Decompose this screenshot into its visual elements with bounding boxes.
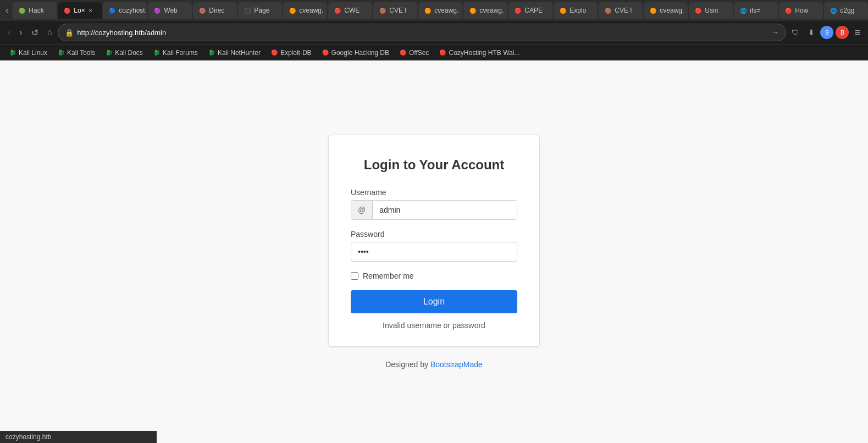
- bookmark-offsec[interactable]: 🔴 OffSec: [395, 47, 433, 58]
- remember-checkbox[interactable]: [351, 272, 358, 280]
- tab-active-label: Lo×: [74, 7, 85, 14]
- tab-cve2-favicon: 🟠: [424, 7, 432, 14]
- browser-chrome: ‹ 🟢 Hack 🔴 Lo× ✕ 🔵 cozyhost 🟣 Web 🟤 Dire…: [0, 0, 868, 60]
- tab-usin-label: Usin: [705, 7, 718, 14]
- tab-active[interactable]: 🔴 Lo× ✕: [58, 2, 102, 19]
- bookmark-exploit-db[interactable]: 🔴 Exploit-DB: [266, 47, 316, 58]
- bookmark-ghdb[interactable]: 🔴 Google Hacking DB: [317, 47, 394, 58]
- cozy-favicon: 🔴: [439, 49, 446, 57]
- page-content: Login to Your Account Username @ Passwor…: [0, 60, 868, 443]
- bookmark-exploit-db-label: Exploit-DB: [280, 49, 312, 57]
- tab-explo-label: Explo: [570, 7, 586, 14]
- download-icon[interactable]: ⬇: [805, 26, 818, 39]
- tab-direc-favicon: 🟤: [198, 7, 206, 14]
- tab-cve4[interactable]: 🟠 cveawg.: [644, 2, 688, 19]
- tab-bar: ‹ 🟢 Hack 🔴 Lo× ✕ 🔵 cozyhost 🟣 Web 🟤 Dire…: [0, 0, 868, 21]
- login-title: Login to Your Account: [351, 157, 517, 173]
- kali-linux-favicon: 🐉: [9, 49, 16, 57]
- tab-cvef-label: CVE f: [389, 7, 406, 14]
- tab-web-favicon: 🟣: [153, 7, 161, 14]
- forward-button[interactable]: ›: [16, 25, 25, 40]
- password-label: Password: [351, 230, 517, 239]
- tab-how[interactable]: 🔴 How: [779, 2, 823, 19]
- tab-cvef2[interactable]: 🟤 CVE f: [599, 2, 643, 19]
- tab-direc[interactable]: 🟤 Direc: [193, 2, 237, 19]
- tab-cvef[interactable]: 🟤 CVE f: [373, 2, 417, 19]
- password-input[interactable]: [351, 242, 517, 262]
- tab-c2gg[interactable]: 🌐 c2gg: [824, 2, 868, 19]
- tab-cwe[interactable]: 🔴 CWE: [328, 2, 372, 19]
- profile-avatar-2[interactable]: B: [836, 26, 849, 39]
- bookmark-ghdb-label: Google Hacking DB: [331, 49, 389, 57]
- status-bar: cozyhosting.htb: [0, 431, 157, 443]
- tab-page[interactable]: ⬛ Page: [238, 2, 282, 19]
- tab-cape-label: CAPE: [524, 7, 543, 14]
- status-url: cozyhosting.htb: [5, 433, 51, 441]
- username-label: Username: [351, 188, 517, 197]
- tab-direc-label: Direc: [209, 7, 224, 14]
- tab-usin-favicon: 🔴: [694, 7, 702, 14]
- login-button[interactable]: Login: [351, 290, 517, 313]
- password-group: Password: [351, 230, 517, 262]
- offsec-favicon: 🔴: [399, 49, 407, 57]
- bookmark-kali-nethunter[interactable]: 🐉 Kali NetHunter: [203, 47, 265, 58]
- bookmark-kali-docs[interactable]: 🐉 Kali Docs: [101, 47, 147, 58]
- kali-tools-favicon: 🐉: [57, 49, 65, 57]
- tab-explo-favicon: 🟠: [559, 7, 567, 14]
- reload-button[interactable]: ↺: [28, 25, 42, 40]
- tab-explo[interactable]: 🟠 Explo: [554, 2, 598, 19]
- bookmark-kali-linux[interactable]: 🐉 Kali Linux: [4, 47, 52, 58]
- bookmark-kali-tools[interactable]: 🐉 Kali Tools: [53, 47, 99, 58]
- login-card: Login to Your Account Username @ Passwor…: [328, 135, 540, 347]
- remember-row: Remember me: [351, 272, 517, 280]
- bookmark-kali-linux-label: Kali Linux: [19, 49, 47, 57]
- tab-cve3-label: cveawg.: [479, 7, 504, 14]
- tab-page-favicon: ⬛: [244, 7, 251, 14]
- tab-cve2[interactable]: 🟠 cveawg.: [418, 2, 462, 19]
- tab-cve1-label: cveawg.: [299, 7, 323, 14]
- tab-web[interactable]: 🟣 Web: [148, 2, 192, 19]
- profile-avatar[interactable]: 9: [820, 26, 833, 39]
- bookmark-kali-nethunter-label: Kali NetHunter: [218, 49, 261, 57]
- tab-web-label: Web: [164, 7, 177, 14]
- error-message: Invalid username or password: [351, 321, 517, 330]
- home-button[interactable]: ⌂: [44, 25, 56, 40]
- tab-cve1[interactable]: 🟠 cveawg.: [283, 2, 327, 19]
- address-go-button[interactable]: →: [771, 28, 779, 37]
- tab-how-favicon: 🔴: [784, 7, 792, 14]
- tab-cve4-favicon: 🟠: [649, 7, 657, 14]
- exploit-db-favicon: 🔴: [270, 49, 278, 57]
- tab-cape-favicon: 🔴: [514, 7, 522, 14]
- kali-nethunter-favicon: 🐉: [208, 49, 215, 57]
- tab-cozy-favicon: 🔵: [108, 7, 116, 14]
- back-button[interactable]: ‹: [4, 25, 14, 40]
- menu-button[interactable]: ≡: [851, 25, 864, 41]
- tab-c2gg-label: c2gg: [840, 7, 854, 14]
- at-icon: @: [351, 201, 373, 219]
- bootstrapmade-link[interactable]: BootstrapMade: [430, 360, 483, 369]
- tab-scroll-left[interactable]: ‹: [2, 3, 12, 18]
- tab-ifs[interactable]: 🌐 ifs=: [734, 2, 778, 19]
- tab-hack[interactable]: 🟢 Hack: [13, 2, 57, 19]
- tab-cve1-favicon: 🟠: [289, 7, 296, 14]
- designed-by-text: Designed by: [385, 360, 430, 369]
- address-bar-container[interactable]: 🔒 →: [58, 24, 786, 41]
- address-input[interactable]: [77, 29, 768, 37]
- ghdb-favicon: 🔴: [322, 49, 329, 57]
- tab-cve3-favicon: 🟠: [469, 7, 477, 14]
- username-input[interactable]: [373, 201, 517, 219]
- tab-usin[interactable]: 🔴 Usin: [689, 2, 733, 19]
- tab-cve3[interactable]: 🟠 cveawg.: [463, 2, 507, 19]
- tab-cwe-label: CWE: [344, 7, 360, 14]
- tab-close-btn[interactable]: ✕: [88, 7, 93, 14]
- remember-label: Remember me: [363, 272, 414, 280]
- bookmark-kali-forums[interactable]: 🐉 Kali Forums: [148, 47, 202, 58]
- bookmark-cozy[interactable]: 🔴 CozyHosting HTB Wal...: [434, 47, 524, 58]
- shield-icon[interactable]: 🛡: [788, 26, 803, 39]
- tab-cvef2-favicon: 🟤: [604, 7, 612, 14]
- tab-cozy[interactable]: 🔵 cozyhost: [103, 2, 147, 19]
- tab-cape[interactable]: 🔴 CAPE: [508, 2, 552, 19]
- tab-cvef2-label: CVE f: [615, 7, 632, 14]
- bookmarks-bar: 🐉 Kali Linux 🐉 Kali Tools 🐉 Kali Docs 🐉 …: [0, 44, 868, 60]
- kali-docs-favicon: 🐉: [105, 49, 113, 57]
